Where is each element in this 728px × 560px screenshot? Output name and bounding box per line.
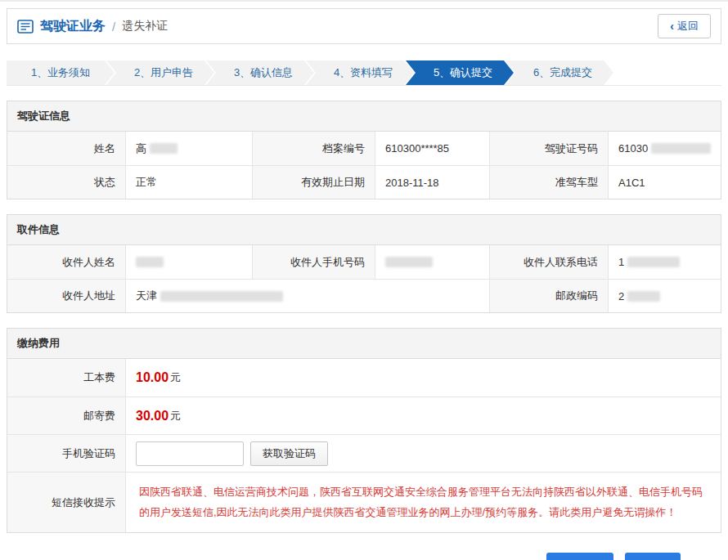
recipient-name-label: 收件人姓名 [7,245,126,279]
redacted-text [627,291,660,302]
cost-fee-amount: 10.00 [136,370,169,385]
redacted-text [160,291,283,302]
recipient-phone-value: 1 [609,245,721,279]
expiry-value: 2018-11-18 [375,166,490,199]
recipient-address-value: 天津 [126,280,490,312]
fees-section-title: 缴纳费用 [7,329,721,359]
sms-notice-text: 因陕西省联通、电信运营商技术问题，陕西省互联网交通安全综合服务管理平台无法向持陕… [139,482,708,522]
table-row: 状态 正常 有效期止日期 2018-11-18 准驾车型 A1C1 [7,165,721,199]
postal-code-label: 邮政编码 [490,280,609,312]
license-info-section: 驾驶证信息 姓名 高 档案编号 610300****85 驾驶证号码 61030… [7,101,721,199]
vehicle-class-label: 准驾车型 [490,166,609,199]
cost-fee-value: 10.00 元 [126,359,721,396]
title-separator: / [112,20,115,34]
get-code-button[interactable]: 获取验证码 [250,441,328,466]
redacted-text [385,257,433,267]
back-chevron-icon: ‹ [670,20,674,33]
sms-notice-cell: 因陕西省联通、电信运营商技术问题，陕西省互联网交通安全综合服务管理平台无法向持陕… [126,473,721,532]
page-header-left: 驾驶证业务 / 遗失补证 [17,18,168,35]
cost-fee-label: 工本费 [7,359,126,396]
expiry-label: 有效期止日期 [253,166,375,199]
step-1-notice[interactable]: 1、业务须知 [7,60,115,85]
table-row: 姓名 高 档案编号 610300****85 驾驶证号码 61030 [7,132,721,165]
recipient-name-value [126,245,253,279]
sms-code-input[interactable] [136,441,244,466]
page-header: 驾驶证业务 / 遗失补证 ‹ 返回 [7,8,721,44]
page-subtitle: 遗失补证 [122,19,168,34]
pickup-info-section: 取件信息 收件人姓名 收件人手机号码 收件人联系电话 1 收件人地址 天津 邮政… [7,214,721,313]
table-row: 收件人姓名 收件人手机号码 收件人联系电话 1 [7,245,721,279]
redacted-text [651,143,711,154]
mail-fee-unit: 元 [170,409,181,423]
step-label: 1、业务须知 [31,65,90,80]
recipient-phone-label: 收件人联系电话 [490,245,609,279]
table-row: 工本费 10.00 元 [7,359,721,396]
file-number-value: 610300****85 [375,132,490,165]
cost-fee-unit: 元 [170,370,181,385]
mail-fee-value: 30.00 元 [126,397,721,434]
recipient-mobile-value [375,245,490,279]
step-3-confirm-info[interactable]: 3、确认信息 [206,60,314,85]
previous-step-button[interactable]: 上一步 [546,553,613,560]
pickup-section-title: 取件信息 [7,215,721,245]
recipient-mobile-label: 收件人手机号码 [253,245,375,279]
step-label: 3、确认信息 [234,65,293,80]
sms-code-label: 手机验证码 [7,435,126,472]
step-2-declaration[interactable]: 2、用户申告 [106,60,214,85]
table-row: 收件人地址 天津 邮政编码 2 [7,279,721,312]
step-5-confirm-submit[interactable]: 5、确认提交 [406,60,514,85]
finish-button[interactable]: 完成 [625,553,681,560]
redacted-text [136,257,164,267]
sms-notice-label: 短信接收提示 [7,473,126,532]
table-row: 短信接收提示 因陕西省联通、电信运营商技术问题，陕西省互联网交通安全综合服务管理… [7,472,721,532]
name-label: 姓名 [7,132,126,165]
step-label: 5、确认提交 [434,65,492,80]
mail-fee-label: 邮寄费 [7,397,126,434]
fees-section: 缴纳费用 工本费 10.00 元 邮寄费 30.00 元 手机验证码 获取验证码… [7,328,721,533]
page-container: 驾驶证业务 / 遗失补证 ‹ 返回 1、业务须知 2、用户申告 3、确认信息 4… [0,2,728,560]
table-row: 手机验证码 获取验证码 [7,434,721,472]
step-navigation: 1、业务须知 2、用户申告 3、确认信息 4、资料填写 5、确认提交 6、完成提… [7,60,721,86]
step-label: 4、资料填写 [334,65,393,80]
postal-code-value: 2 [609,280,721,312]
page-title: 驾驶证业务 [40,18,106,35]
license-number-value: 61030 [609,132,721,165]
status-value: 正常 [126,166,253,199]
redacted-text [627,257,680,267]
status-label: 状态 [7,166,126,199]
license-section-title: 驾驶证信息 [7,101,721,132]
license-number-label: 驾驶证号码 [490,132,609,165]
recipient-address-label: 收件人地址 [7,280,126,312]
redacted-text [150,143,178,154]
mail-fee-amount: 30.00 [136,409,169,423]
table-row: 邮寄费 30.00 元 [7,396,721,434]
step-label: 2、用户申告 [134,65,193,80]
back-button[interactable]: ‹ 返回 [658,14,711,38]
back-button-label: 返回 [677,19,699,34]
sms-code-field-cell: 获取验证码 [126,435,721,472]
step-label: 6、完成提交 [533,65,592,80]
step-6-complete[interactable]: 6、完成提交 [506,60,613,85]
step-4-fill-data[interactable]: 4、资料填写 [306,60,414,85]
footer-actions: 上一步 完成 [7,553,721,560]
name-value: 高 [126,132,253,165]
file-number-label: 档案编号 [253,132,375,165]
business-form-icon [17,20,34,34]
vehicle-class-value: A1C1 [609,166,721,199]
